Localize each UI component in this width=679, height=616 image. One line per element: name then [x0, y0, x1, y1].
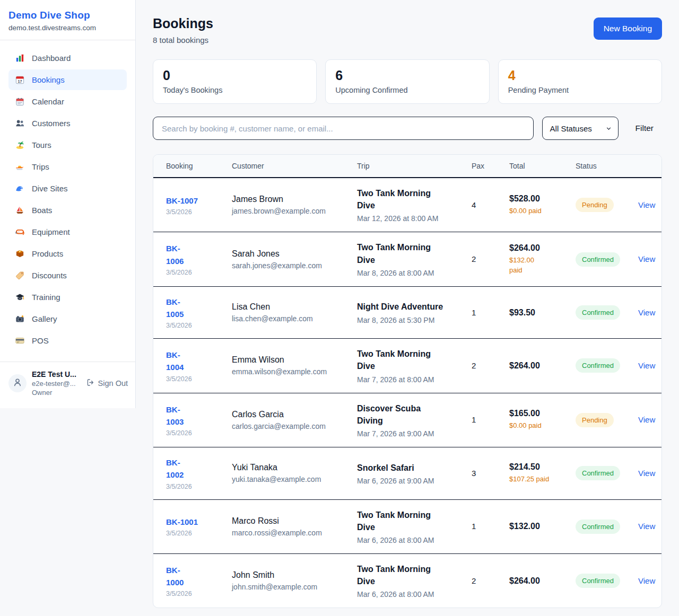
filter-row: All Statuses Filter [153, 117, 662, 140]
paid-amount: $107.25 paid [509, 474, 563, 485]
total-amount: $264.00 [509, 361, 563, 371]
column-header-customer: Customer [225, 155, 351, 178]
sidebar-item-calendar[interactable]: Calendar [8, 91, 127, 112]
paid-amount: $0.00 paid [509, 206, 563, 216]
sidebar-item-trips[interactable]: Trips [8, 156, 127, 177]
sidebar-item-label: Equipment [32, 227, 70, 236]
trip-name: Two Tank Morning Dive [357, 348, 459, 372]
sidebar-item-discounts[interactable]: Discounts [8, 265, 127, 286]
sidebar-item-products[interactable]: Products [8, 243, 127, 264]
pax-cell: 2 [465, 553, 503, 608]
table-row: BK- 10003/5/2026John Smithjohn.smith@exa… [153, 553, 662, 608]
booking-date: 3/5/2026 [166, 208, 219, 216]
customer-email: emma.wilson@example.com [232, 367, 344, 376]
speedboat-icon [15, 162, 25, 172]
sidebar: Demo Dive Shop demo.test.divestreams.com… [0, 0, 136, 408]
stat-label: Pending Payment [508, 86, 652, 94]
booking-date: 3/5/2026 [166, 590, 219, 597]
new-booking-button[interactable]: New Booking [594, 17, 662, 40]
sign-out-icon [86, 378, 95, 389]
action-cell: View [632, 553, 662, 608]
trip-date: Mar 6, 2026 at 8:00 AM [357, 590, 459, 599]
view-link[interactable]: View [638, 522, 655, 531]
view-link[interactable]: View [638, 361, 655, 370]
sidebar-item-bookings[interactable]: 17Bookings [8, 69, 127, 90]
total-cell: $93.50 [503, 286, 569, 339]
trip-date: Mar 12, 2026 at 8:00 AM [357, 214, 459, 223]
filter-button[interactable]: Filter [627, 124, 662, 133]
booking-id-link[interactable]: BK- 1006 [166, 242, 184, 267]
sidebar-item-equipment[interactable]: Equipment [8, 222, 127, 242]
booking-date: 3/5/2026 [166, 483, 219, 490]
booking-id-link[interactable]: BK-1007 [166, 195, 198, 207]
app: Demo Dive Shop demo.test.divestreams.com… [0, 0, 679, 616]
trip-cell: Two Tank Morning DiveMar 6, 2026 at 8:00… [351, 499, 465, 553]
total-amount: $214.50 [509, 462, 563, 472]
island-icon [15, 140, 25, 150]
total-amount: $165.00 [509, 409, 563, 418]
sidebar-item-gallery[interactable]: Gallery [8, 309, 127, 329]
sidebar-item-customers[interactable]: Customers [8, 113, 127, 134]
view-link[interactable]: View [638, 415, 655, 424]
customer-cell: Carlos Garciacarlos.garcia@example.com [225, 393, 351, 447]
booking-id-link[interactable]: BK-1001 [166, 516, 198, 528]
booking-id-link[interactable]: BK- 1003 [166, 403, 184, 428]
customer-cell: Marco Rossimarco.rossi@example.com [225, 499, 351, 553]
sidebar-item-label: Tours [32, 140, 51, 149]
sidebar-item-dive-sites[interactable]: Dive Sites [8, 178, 127, 199]
sidebar-item-pos[interactable]: POS [8, 330, 127, 351]
sidebar-item-label: Calendar [32, 97, 64, 106]
pax-cell: 2 [465, 232, 503, 286]
view-link[interactable]: View [638, 576, 655, 585]
trip-cell: Snorkel SafariMar 6, 2026 at 9:00 AM [351, 447, 465, 500]
pax-count: 2 [472, 361, 476, 370]
trip-cell: Two Tank Morning DiveMar 12, 2026 at 8:0… [351, 178, 465, 232]
search-input[interactable] [153, 117, 534, 140]
column-header-status: Status [569, 155, 632, 178]
customer-name: Marco Rossi [232, 516, 344, 526]
status-cell: Confirmed [569, 499, 632, 553]
total-cell: $528.00$0.00 paid [503, 178, 569, 232]
status-cell: Pending [569, 178, 632, 232]
sidebar-item-training[interactable]: Training [8, 287, 127, 307]
status-filter-select[interactable]: All Statuses [542, 117, 619, 140]
table-row: BK-10013/5/2026Marco Rossimarco.rossi@ex… [153, 499, 662, 553]
booking-id-link[interactable]: BK- 1002 [166, 456, 184, 481]
customer-name: James Brown [232, 195, 344, 204]
customer-email: lisa.chen@example.com [232, 314, 344, 323]
status-badge: Pending [576, 413, 614, 427]
brand-domain: demo.test.divestreams.com [8, 24, 127, 32]
customer-cell: Yuki Tanakayuki.tanaka@example.com [225, 447, 351, 500]
total-cell: $165.00$0.00 paid [503, 393, 569, 447]
booking-id-link[interactable]: BK- 1005 [166, 296, 184, 321]
sidebar-item-dashboard[interactable]: Dashboard [8, 48, 127, 68]
customer-cell: Emma Wilsonemma.wilson@example.com [225, 339, 351, 393]
view-link[interactable]: View [638, 200, 655, 209]
trip-name: Two Tank Morning Dive [357, 241, 459, 266]
view-link[interactable]: View [638, 254, 655, 263]
pax-cell: 1 [465, 286, 503, 339]
column-header-action [632, 155, 662, 178]
total-amount: $528.00 [509, 194, 563, 204]
view-link[interactable]: View [638, 469, 655, 478]
sidebar-item-boats[interactable]: Boats [8, 200, 127, 221]
customer-name: John Smith [232, 570, 344, 580]
booking-id-link[interactable]: BK- 1004 [166, 349, 184, 374]
status-badge: Confirmed [576, 305, 620, 320]
view-link[interactable]: View [638, 308, 655, 317]
sidebar-item-tours[interactable]: Tours [8, 135, 127, 155]
svg-text:17: 17 [18, 80, 22, 84]
page-subtitle: 8 total bookings [153, 36, 213, 45]
action-cell: View [632, 393, 662, 447]
customer-name: Carlos Garcia [232, 410, 344, 419]
bookings-table-card: BookingCustomerTripPaxTotalStatus BK-100… [153, 154, 662, 608]
trip-name: Two Tank Morning Dive [357, 187, 459, 212]
total-amount: $93.50 [509, 308, 563, 318]
status-badge: Pending [576, 198, 614, 212]
spiral-calendar-icon [15, 96, 25, 107]
booking-id-link[interactable]: BK- 1000 [166, 564, 184, 589]
column-header-booking: Booking [153, 155, 225, 178]
sidebar-item-label: Products [32, 249, 63, 258]
action-cell: View [632, 447, 662, 500]
sign-out-button[interactable]: Sign Out [86, 378, 128, 389]
